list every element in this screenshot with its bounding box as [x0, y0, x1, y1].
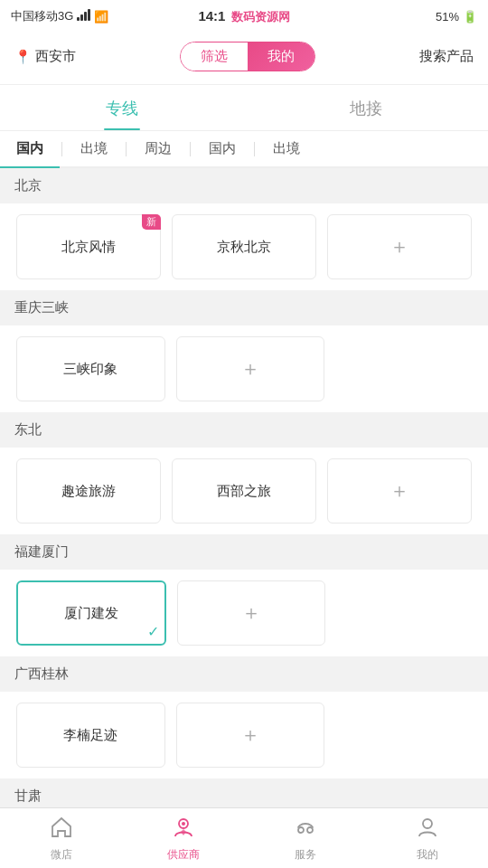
- nav-item-weidian[interactable]: 微店: [0, 808, 122, 868]
- badge-new-bj1: 新: [142, 214, 161, 230]
- nav-icon-gongyingshang: [172, 816, 195, 844]
- center-brand: 数码资源网: [231, 10, 290, 24]
- add-icon-bj: ＋: [389, 233, 409, 260]
- sub-tab-divider-2: [126, 142, 127, 156]
- product-card-bj-add[interactable]: ＋: [327, 214, 472, 279]
- filter-button[interactable]: 筛选: [181, 42, 248, 71]
- location-icon: 📍: [14, 49, 32, 65]
- product-card-gx-add[interactable]: ＋: [176, 703, 325, 768]
- category-chongqing-header: 重庆三峡: [0, 290, 488, 326]
- sub-tab-chujing2[interactable]: 出境: [257, 131, 316, 166]
- category-fujian-header: 福建厦门: [0, 534, 488, 570]
- card-spacer-cq: [335, 336, 472, 401]
- signal-icon: [77, 9, 90, 24]
- card-spacer-fj: [336, 580, 472, 646]
- add-icon-gx: ＋: [240, 722, 260, 749]
- add-icon-cq: ＋: [240, 355, 260, 382]
- nav-item-fuwu[interactable]: 服务: [244, 808, 366, 868]
- status-bar: 中国移动3G 📶 14:1 数码资源网 51% 🔋: [0, 0, 488, 33]
- nav-item-gongyingshang[interactable]: 供应商: [122, 808, 244, 868]
- content-area: 北京 北京风情 新 京秋北京 ＋ 重庆三峡 三峡印象 ＋ 东北 趣途旅游: [0, 168, 488, 868]
- battery-percent: 51%: [436, 10, 459, 24]
- filter-my-group: 筛选 我的: [180, 42, 315, 71]
- product-card-fj1[interactable]: 厦门建发 ✓: [16, 580, 166, 646]
- product-card-db-add[interactable]: ＋: [327, 458, 472, 524]
- wifi-icon: 📶: [94, 10, 108, 24]
- category-beijing-cards: 北京风情 新 京秋北京 ＋: [0, 203, 488, 290]
- add-icon-db: ＋: [389, 477, 409, 505]
- category-dongbei-header: 东北: [0, 412, 488, 448]
- sub-tab-zhoubian[interactable]: 周边: [128, 131, 188, 166]
- checkmark-fj1: ✓: [147, 623, 159, 640]
- bottom-nav: 微店 供应商 服务: [0, 807, 488, 868]
- sub-tabs: 国内 出境 周边 国内 出境: [0, 131, 488, 168]
- nav-label-fuwu: 服务: [295, 847, 316, 863]
- svg-point-3: [307, 827, 313, 833]
- carrier-text: 中国移动3G: [11, 8, 73, 24]
- nav-item-wode[interactable]: 我的: [366, 808, 488, 868]
- add-icon-fj: ＋: [241, 599, 261, 627]
- status-bar-time: 14:1 数码资源网: [198, 8, 289, 25]
- nav-label-weidian: 微店: [51, 847, 72, 863]
- product-card-db1[interactable]: 趣途旅游: [16, 458, 161, 524]
- svg-point-1: [182, 822, 185, 826]
- sub-tab-chujing[interactable]: 出境: [64, 131, 124, 166]
- category-fujian-cards: 厦门建发 ✓ ＋: [0, 570, 488, 656]
- product-card-cq-add[interactable]: ＋: [176, 336, 325, 401]
- location-text: 西安市: [35, 48, 76, 65]
- tab-dijie[interactable]: 地接: [244, 85, 488, 130]
- card-spacer-gx: [335, 703, 472, 768]
- sub-tab-guonei2[interactable]: 国内: [192, 131, 252, 166]
- sub-tab-divider-3: [190, 142, 191, 156]
- my-button[interactable]: 我的: [248, 42, 314, 71]
- product-card-fj-add[interactable]: ＋: [177, 580, 325, 646]
- category-beijing-header: 北京: [0, 168, 488, 203]
- nav-icon-weidian: [50, 816, 73, 844]
- svg-point-4: [423, 819, 432, 828]
- main-tabs: 专线 地接: [0, 85, 488, 131]
- product-card-gx1[interactable]: 李楠足迹: [16, 703, 165, 768]
- product-card-db2[interactable]: 西部之旅: [172, 458, 316, 524]
- nav-label-gongyingshang: 供应商: [167, 847, 200, 863]
- category-dongbei-cards: 趣途旅游 西部之旅 ＋: [0, 448, 488, 534]
- top-nav: 📍 西安市 筛选 我的 搜索产品: [0, 33, 488, 85]
- battery-icon: 🔋: [463, 10, 477, 24]
- nav-label-wode: 我的: [417, 847, 438, 863]
- tab-zhuanxian[interactable]: 专线: [0, 85, 244, 130]
- sub-tab-guonei[interactable]: 国内: [0, 131, 60, 166]
- product-card-cq1[interactable]: 三峡印象: [16, 336, 165, 401]
- product-card-bj1[interactable]: 北京风情 新: [16, 214, 161, 279]
- sub-tab-divider-1: [61, 142, 62, 156]
- location-button[interactable]: 📍 西安市: [14, 48, 76, 65]
- category-guangxi-header: 广西桂林: [0, 656, 488, 692]
- svg-point-2: [298, 827, 304, 833]
- nav-icon-wode: [416, 816, 439, 844]
- nav-icon-fuwu: [294, 816, 317, 844]
- category-guangxi-cards: 李楠足迹 ＋: [0, 692, 488, 778]
- product-card-bj2[interactable]: 京秋北京: [172, 214, 316, 279]
- sub-tab-divider-4: [254, 142, 255, 156]
- status-bar-left: 中国移动3G 📶: [11, 8, 108, 24]
- status-bar-right: 51% 🔋: [436, 10, 477, 24]
- search-product-button[interactable]: 搜索产品: [419, 48, 474, 65]
- category-chongqing-cards: 三峡印象 ＋: [0, 326, 488, 412]
